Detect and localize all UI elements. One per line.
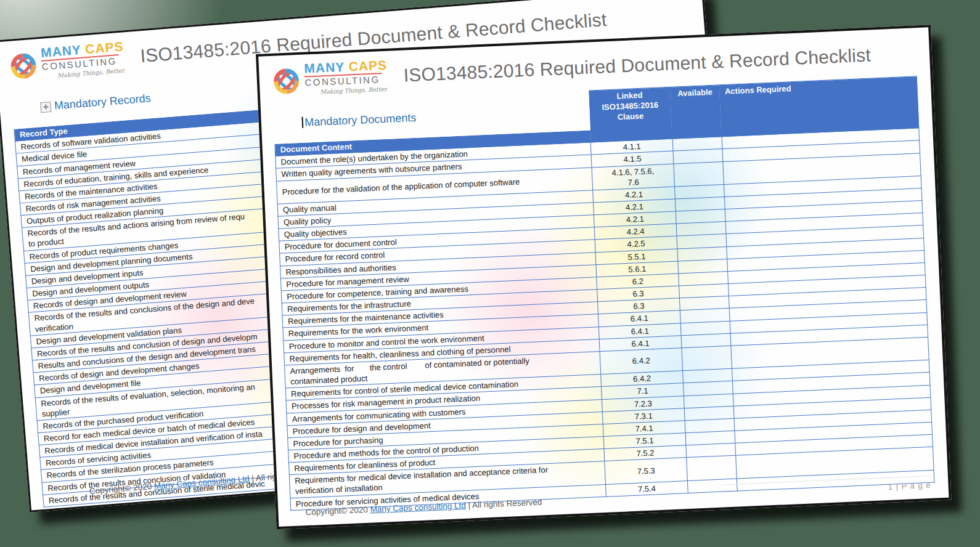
mandatory-documents-table: Mandatory Documents Linked ISO13485:2016… <box>273 76 935 511</box>
clause-column-header: Linked ISO13485:2016 Clause <box>589 87 672 142</box>
many-caps-logo-icon <box>271 62 302 100</box>
document-title: ISO13485:2016 Required Document & Record… <box>403 44 872 86</box>
brand-block: MANY CAPS CONSULTING Making Things, Bett… <box>271 59 388 100</box>
brand-tagline: Making Things, Better. <box>305 86 388 95</box>
section-heading-documents: Mandatory Documents <box>304 111 417 129</box>
clause-cell: 6.4.2 <box>600 348 683 375</box>
brand-block: MANY CAPS CONSULTING Making Things, Bett… <box>7 39 126 86</box>
many-caps-link[interactable]: Many Caps consulting Ltd <box>370 501 466 514</box>
clause-cell: 4.1.6, 7.5.6, 7.6 <box>592 164 675 190</box>
text-cursor <box>302 117 304 128</box>
many-caps-logo-icon <box>7 46 39 86</box>
table-move-handle-icon[interactable]: ✛ <box>40 102 51 113</box>
clause-cell: 7.5.3 <box>605 458 687 484</box>
available-column-header: Available <box>670 85 722 139</box>
available-cell <box>686 455 737 480</box>
actions-column-header: Actions Required <box>719 76 919 137</box>
available-cell <box>674 161 724 187</box>
front-page-mandatory-documents: MANY CAPS CONSULTING Making Things, Bett… <box>256 25 952 529</box>
section-heading-records: Mandatory Records <box>54 92 151 111</box>
brand-name: MANY CAPS <box>304 59 387 75</box>
available-cell <box>682 346 732 371</box>
brand-consulting: CONSULTING <box>304 75 388 87</box>
